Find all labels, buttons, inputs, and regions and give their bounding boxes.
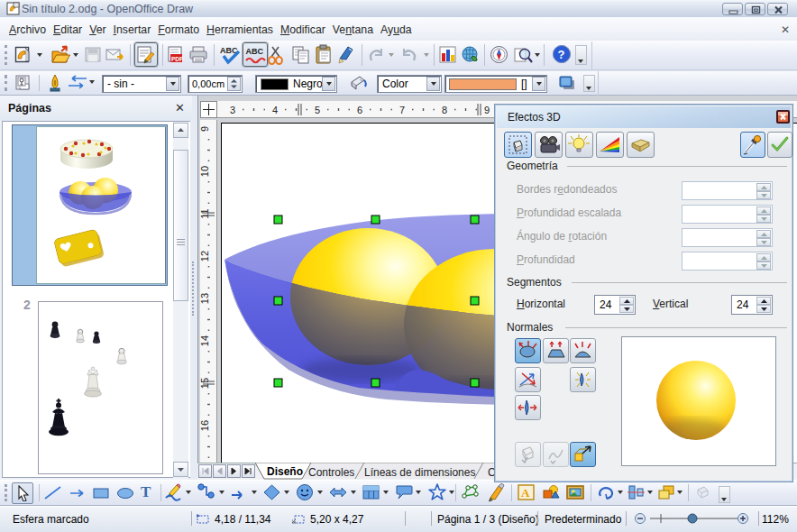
svg-text:16: 16 xyxy=(200,420,210,431)
svg-text:4: 4 xyxy=(272,105,278,115)
svg-text:PDF: PDF xyxy=(171,56,183,62)
svg-text:15: 15 xyxy=(200,378,210,389)
svg-text:7: 7 xyxy=(399,105,405,115)
svg-text:A: A xyxy=(521,486,530,500)
svg-text:10: 10 xyxy=(200,166,210,177)
svg-text:6: 6 xyxy=(357,105,362,115)
svg-text:11: 11 xyxy=(200,208,210,218)
svg-text:12: 12 xyxy=(200,251,210,261)
svg-text:9: 9 xyxy=(200,126,210,132)
svg-text:3: 3 xyxy=(230,105,235,115)
svg-text:?: ? xyxy=(558,48,565,61)
svg-text:5: 5 xyxy=(315,105,320,115)
svg-text:ABC: ABC xyxy=(246,47,264,56)
svg-text:13: 13 xyxy=(200,293,210,304)
svg-text:9: 9 xyxy=(484,105,490,115)
svg-text:8: 8 xyxy=(442,105,447,115)
svg-text:14: 14 xyxy=(200,335,210,346)
